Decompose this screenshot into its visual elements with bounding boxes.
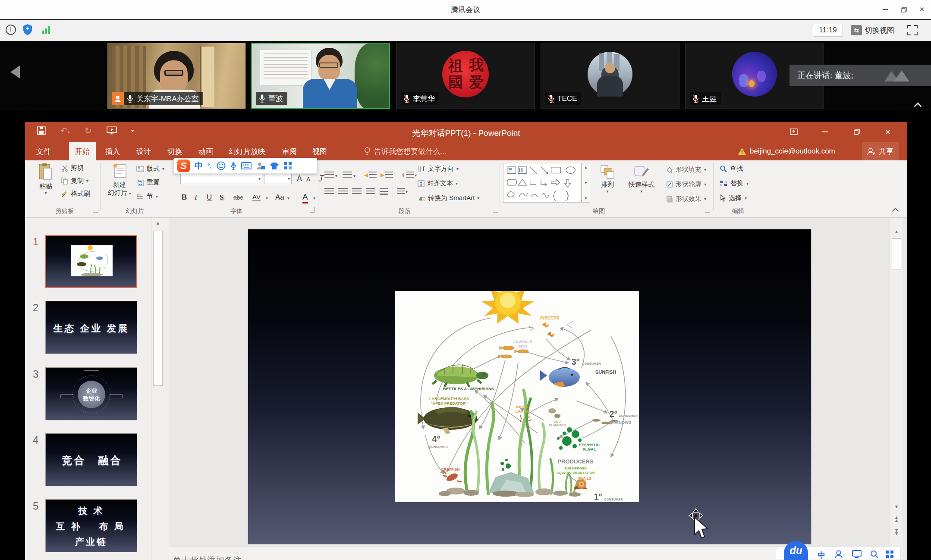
change-case-button[interactable]: Aa (275, 193, 284, 202)
paste-button[interactable]: 粘贴 ▾ (36, 163, 55, 204)
collapse-video-strip-button[interactable] (914, 102, 922, 110)
numbering-dropdown[interactable]: ▾ (353, 173, 355, 178)
sogou-toolbox-icon[interactable] (284, 162, 292, 170)
sogou-logo-icon[interactable]: S (177, 160, 190, 172)
replace-button[interactable]: 替换▾ (720, 179, 749, 188)
tab-design[interactable]: 设计 (130, 142, 157, 160)
scroll-up-icon[interactable]: ▲ (890, 229, 903, 234)
quick-styles-button[interactable]: 快速样式 ▾ (623, 165, 660, 194)
baidu-toolbox-icon[interactable] (886, 550, 894, 558)
arrange-button[interactable]: 排列 ▾ (595, 165, 620, 194)
align-right-button[interactable] (352, 188, 362, 195)
format-painter-button[interactable]: 格式刷 (61, 190, 90, 198)
slide-thumbnail-2[interactable]: 生态 企业 发展 (45, 301, 137, 354)
align-left-button[interactable] (324, 188, 334, 195)
skin-icon[interactable] (270, 162, 279, 170)
shape-outline-button[interactable]: 形状轮廓▾ (666, 180, 706, 188)
shapes-gallery-scrollbar[interactable]: ▲ ▼ ▼ (582, 163, 590, 203)
thumbnails-scroll-thumb[interactable] (153, 231, 163, 386)
text-shadow-button[interactable]: S (220, 193, 223, 202)
change-case-dropdown[interactable]: ▾ (287, 196, 289, 200)
ribbon-display-options-button[interactable] (784, 125, 803, 138)
video-tile[interactable]: TECE (541, 43, 679, 109)
minimize-button[interactable] (878, 3, 893, 16)
grow-font-button[interactable]: A (297, 174, 302, 183)
next-slide-button[interactable]: ▼▼ (890, 529, 903, 535)
previous-slide-button[interactable]: ▲▲ (890, 516, 903, 522)
thumbnails-scrollbar[interactable]: ▲ (151, 218, 164, 560)
ime-punctuation-toggle[interactable]: °, (208, 163, 212, 169)
clipboard-dialog-launcher[interactable] (93, 207, 98, 213)
font-color-button[interactable]: A (302, 192, 308, 203)
scroll-videos-left-button[interactable] (10, 66, 20, 78)
sogou-ime-bar[interactable]: S 中 °, (173, 158, 317, 174)
shapes-scroll-down-icon[interactable]: ▼ (584, 181, 588, 185)
cut-button[interactable]: 剪切 (61, 164, 84, 172)
baidu-ime-bar[interactable]: du 中 (776, 547, 901, 560)
decrease-indent-button[interactable]: ◀ (364, 172, 377, 178)
italic-button[interactable]: I (195, 193, 197, 202)
ppt-close-button[interactable]: ✕ (878, 125, 897, 138)
copy-button[interactable]: 复制 ▾ (61, 177, 88, 185)
font-dialog-launcher[interactable] (310, 207, 315, 213)
shapes-gallery[interactable] (503, 163, 582, 203)
shape-effects-button[interactable]: 形状效果▾ (666, 195, 706, 203)
reset-button[interactable]: 重置 (136, 178, 160, 187)
slide-thumbnail-4[interactable]: 竞合 融合 (45, 433, 137, 486)
account-info[interactable]: beijing_ccie@outlook.com (738, 142, 835, 160)
text-direction-button[interactable]: 文字方向▾ (418, 165, 459, 173)
increase-indent-button[interactable]: ▶ (381, 172, 393, 178)
align-center-button[interactable] (338, 188, 348, 195)
bold-button[interactable]: B (182, 193, 187, 202)
scroll-down-icon[interactable]: ▼ (890, 504, 903, 509)
share-button[interactable]: 共享 (862, 142, 899, 160)
bullets-dropdown[interactable]: ▾ (335, 173, 337, 178)
character-spacing-button[interactable]: AV (252, 193, 261, 201)
tab-insert[interactable]: 插入 (99, 142, 126, 160)
columns-button[interactable]: ▾ (397, 188, 408, 195)
network-signal-icon[interactable] (42, 26, 50, 34)
baidu-profile-icon[interactable] (835, 550, 843, 559)
slide-canvas[interactable]: INSECTS JUVENILE FISH 3° CONSUMER SUNFIS… (248, 229, 811, 544)
video-tile[interactable]: 董波 (251, 43, 390, 109)
shapes-scroll-up-icon[interactable]: ▲ (584, 165, 588, 169)
slide-thumbnail-3[interactable]: 企业 数智化 (45, 367, 137, 420)
slide-thumbnail-5[interactable]: 技 术 互 补 布 局 产业链 (45, 499, 137, 552)
collapse-ribbon-button[interactable] (892, 208, 899, 215)
distribute-button[interactable] (380, 188, 388, 195)
baidu-search-icon[interactable] (870, 550, 878, 558)
switch-view-button[interactable]: ⇆ 切换视图 (851, 24, 894, 37)
video-tile[interactable]: 关东宇-MBA办公室 (107, 43, 246, 109)
drawing-dialog-launcher[interactable] (705, 207, 710, 213)
shape-fill-button[interactable]: 形状填充▾ (666, 166, 706, 174)
new-slide-button[interactable]: 新建 幻灯片 ▾ (107, 163, 132, 197)
bullets-button[interactable] (324, 172, 334, 178)
keyboard-icon[interactable] (241, 162, 252, 169)
emoji-icon[interactable] (217, 161, 226, 170)
layout-button[interactable]: 版式 ▾ (136, 165, 164, 173)
select-button[interactable]: 选择▾ (720, 194, 747, 202)
main-vertical-scrollbar[interactable]: ▲ ▼ ▲▲ ▼▼ (890, 218, 903, 560)
sogou-profile-icon[interactable] (256, 162, 265, 170)
convert-smartart-button[interactable]: 转换为 SmartArt▾ (418, 194, 479, 202)
ppt-minimize-button[interactable] (815, 125, 834, 138)
maximize-button[interactable] (896, 3, 911, 16)
paragraph-dialog-launcher[interactable] (493, 207, 498, 213)
strikethrough-button[interactable]: abc (233, 194, 243, 201)
tab-home[interactable]: 开始 (69, 142, 96, 160)
find-button[interactable]: 查找 (720, 165, 743, 173)
tell-me-box[interactable]: 告诉我您想要做什么... (364, 142, 446, 160)
security-shield-icon[interactable] (22, 24, 33, 38)
video-tile[interactable]: 祖 我 國 爱 李慧华 (396, 43, 535, 109)
meeting-info-icon[interactable]: i (6, 25, 16, 35)
baidu-mode-toggle[interactable]: 中 (818, 550, 825, 560)
baidu-panel-icon[interactable] (852, 550, 862, 558)
fullscreen-icon[interactable] (907, 25, 918, 35)
underline-button[interactable]: U (207, 193, 212, 202)
font-color-dropdown[interactable]: ▾ (313, 196, 315, 200)
justify-button[interactable] (366, 188, 375, 195)
scroll-up-icon[interactable]: ▲ (151, 220, 164, 225)
ppt-restore-button[interactable] (847, 125, 866, 138)
numbering-button[interactable] (343, 172, 352, 178)
close-button[interactable]: ✕ (915, 3, 929, 16)
